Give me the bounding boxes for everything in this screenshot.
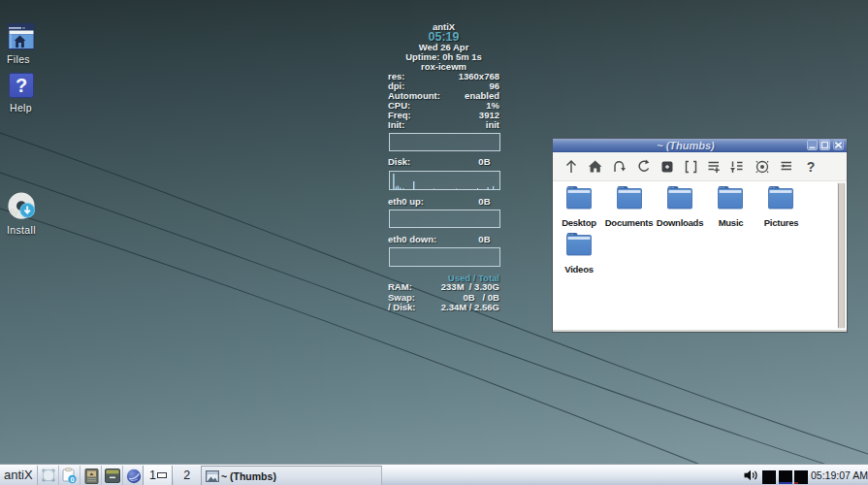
svg-text:?: ? [807, 159, 816, 175]
svg-text:?: ? [16, 75, 27, 96]
svg-text:0: 0 [70, 475, 74, 484]
